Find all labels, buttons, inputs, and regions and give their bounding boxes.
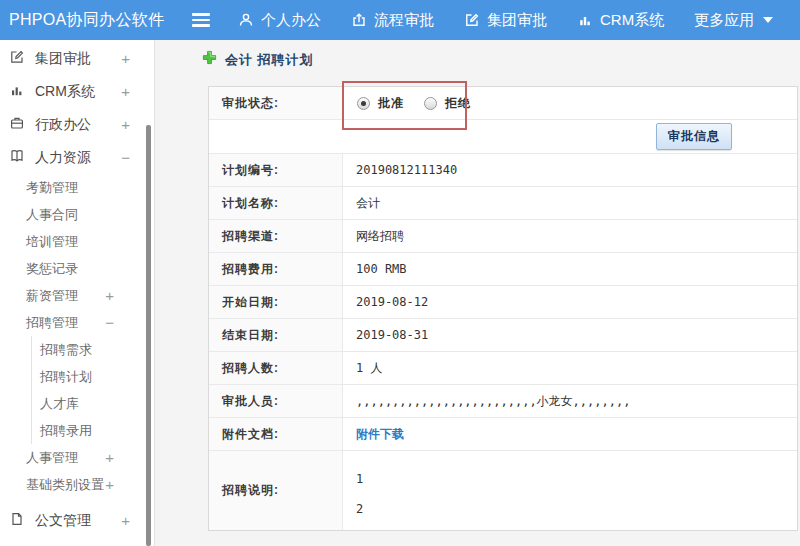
sidebar-item-document-mgmt[interactable]: 公文管理 + <box>0 504 154 537</box>
sidebar: 集团审批 + CRM系统 + 行政办公 + 人力资源 − 考勤管理 人事合同 培… <box>0 40 155 546</box>
table-row-description: 招聘说明: 1 2 <box>209 451 797 530</box>
table-row: 计划名称: 会计 <box>209 187 797 220</box>
recruit-plan-form: 审批状态: 批准 拒绝 审批信息 计划编号: 20190812111340 计划… <box>208 86 798 531</box>
topbar-nav: 个人办公 流程审批 集团审批 CRM系统 更多应用 <box>238 11 773 30</box>
sidebar-item-recruit-plan[interactable]: 招聘计划 <box>32 363 154 390</box>
approval-info-button[interactable]: 审批信息 <box>656 123 732 150</box>
caret-down-icon <box>763 17 773 23</box>
main-content: 会计 招聘计划 审批状态: 批准 拒绝 审批信息 计划编号: 201908121… <box>155 40 800 546</box>
approval-radio-group: 批准 拒绝 <box>343 95 483 112</box>
radio-reject[interactable] <box>424 97 437 110</box>
recruit-submenu: 招聘需求 招聘计划 人才库 招聘录用 <box>31 336 154 444</box>
attachment-download-link[interactable]: 附件下载 <box>356 426 404 443</box>
nav-group-approval[interactable]: 集团审批 <box>464 11 547 30</box>
table-row: 计划编号: 20190812111340 <box>209 154 797 187</box>
table-row: 招聘人数: 1 人 <box>209 352 797 385</box>
table-row-attachment: 附件文档: 附件下载 <box>209 418 797 451</box>
field-label: 招聘说明: <box>209 451 343 530</box>
sidebar-scrollbar[interactable] <box>146 125 151 546</box>
expand-toggle[interactable]: + <box>105 449 114 466</box>
field-label: 计划编号: <box>209 154 343 186</box>
edit-square-icon <box>9 49 25 68</box>
field-value: 网络招聘 <box>343 220 797 252</box>
field-label: 开始日期: <box>209 286 343 318</box>
expand-toggle[interactable]: + <box>121 83 130 100</box>
sidebar-item-group-approval[interactable]: 集团审批 + <box>0 42 154 75</box>
field-value: ,,,,,,,,,,,,,,,,,,,,,,,,,小龙女,,,,,,,, <box>343 385 797 417</box>
sidebar-item-training[interactable]: 培训管理 <box>0 228 154 255</box>
sidebar-item-attendance[interactable]: 考勤管理 <box>0 174 154 201</box>
sidebar-item-recruit-mgmt[interactable]: 招聘管理 − <box>0 309 154 336</box>
table-row: 招聘费用: 100 RMB <box>209 253 797 286</box>
sidebar-item-hr[interactable]: 人力资源 − <box>0 141 154 174</box>
radio-approve[interactable] <box>357 97 370 110</box>
field-label: 审批状态: <box>209 87 343 119</box>
sidebar-item-personnel-mgmt[interactable]: 人事管理 + <box>0 444 154 471</box>
field-label: 附件文档: <box>209 418 343 450</box>
field-label: 审批人员: <box>209 385 343 417</box>
expand-toggle[interactable]: + <box>121 50 130 67</box>
nav-crm[interactable]: CRM系统 <box>577 11 664 30</box>
app-logo: PHPOA协同办公软件 <box>0 10 192 31</box>
user-icon <box>238 12 254 28</box>
field-value: 100 RMB <box>343 253 797 285</box>
sidebar-item-base-category[interactable]: 基础类别设置 + <box>0 471 154 498</box>
sidebar-item-hr-contract[interactable]: 人事合同 <box>0 201 154 228</box>
hamburger-menu-icon[interactable] <box>192 13 212 27</box>
table-row: 结束日期: 2019-08-31 <box>209 319 797 352</box>
bar-chart-icon <box>9 82 25 101</box>
page-title: 会计 招聘计划 <box>202 50 314 69</box>
field-label: 计划名称: <box>209 187 343 219</box>
process-icon <box>351 12 367 28</box>
expand-toggle[interactable]: + <box>121 512 130 529</box>
field-value: 1 人 <box>343 352 797 384</box>
expand-toggle[interactable]: − <box>105 314 114 331</box>
sidebar-item-recruit-hire[interactable]: 招聘录用 <box>32 417 154 444</box>
table-row: 招聘渠道: 网络招聘 <box>209 220 797 253</box>
field-label: 招聘渠道: <box>209 220 343 252</box>
add-plus-icon <box>202 50 217 69</box>
field-label: 招聘费用: <box>209 253 343 285</box>
nav-process-approval[interactable]: 流程审批 <box>351 11 434 30</box>
edit-square-icon <box>464 12 480 28</box>
topbar: PHPOA协同办公软件 个人办公 流程审批 集团审批 CRM系统 更多应用 <box>0 0 800 40</box>
field-value: 20190812111340 <box>343 154 797 186</box>
expand-toggle[interactable]: + <box>121 116 130 133</box>
sidebar-item-talent-pool[interactable]: 人才库 <box>32 390 154 417</box>
document-icon <box>9 511 25 530</box>
sidebar-item-rewards[interactable]: 奖惩记录 <box>0 255 154 282</box>
approval-button-row: 审批信息 <box>209 120 797 154</box>
field-value: 2019-08-12 <box>343 286 797 318</box>
sidebar-item-recruit-demand[interactable]: 招聘需求 <box>32 336 154 363</box>
bar-chart-icon <box>577 12 593 28</box>
book-icon <box>9 148 25 167</box>
approval-status-row: 审批状态: 批准 拒绝 <box>209 87 797 120</box>
field-value: 会计 <box>343 187 797 219</box>
briefcase-icon <box>9 115 25 134</box>
field-label: 结束日期: <box>209 319 343 351</box>
field-value: 1 2 <box>343 451 797 530</box>
expand-toggle[interactable]: + <box>105 476 114 493</box>
sidebar-item-admin-office[interactable]: 行政办公 + <box>0 108 154 141</box>
sidebar-item-vehicle-mgmt[interactable]: 用车管理 + <box>0 537 154 546</box>
sidebar-item-crm[interactable]: CRM系统 + <box>0 75 154 108</box>
nav-more-apps[interactable]: 更多应用 <box>694 11 773 30</box>
nav-personal-office[interactable]: 个人办公 <box>238 11 321 30</box>
sidebar-item-salary[interactable]: 薪资管理 + <box>0 282 154 309</box>
table-row: 开始日期: 2019-08-12 <box>209 286 797 319</box>
expand-toggle[interactable]: − <box>121 149 130 166</box>
field-label: 招聘人数: <box>209 352 343 384</box>
field-value: 2019-08-31 <box>343 319 797 351</box>
table-row: 审批人员: ,,,,,,,,,,,,,,,,,,,,,,,,,小龙女,,,,,,… <box>209 385 797 418</box>
expand-toggle[interactable]: + <box>105 287 114 304</box>
